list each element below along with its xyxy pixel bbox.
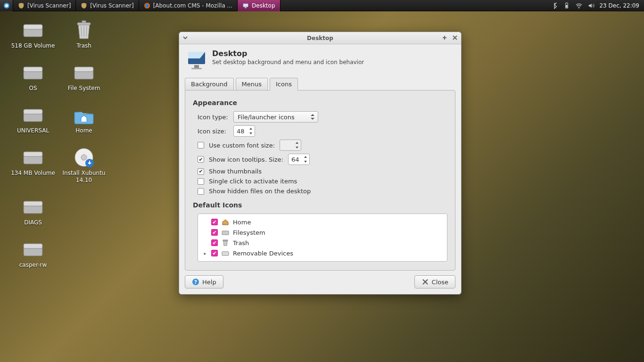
tab-pane-icons: Appearance Icon type: File/launcher icon…	[185, 90, 455, 271]
show-tooltips-checkbox[interactable]	[198, 156, 204, 163]
svg-rect-12	[77, 23, 91, 25]
desktop-icon-os[interactable]: OS	[9, 61, 57, 92]
hdd-icon	[22, 196, 44, 218]
svg-rect-37	[222, 252, 229, 255]
svg-rect-11	[24, 25, 42, 29]
help-button[interactable]: ? Help	[185, 275, 223, 288]
single-click-label: Single click to activate items	[209, 178, 297, 185]
tooltip-size-spinner[interactable]: 64	[288, 154, 310, 165]
desktop-icon-label: File System	[68, 85, 100, 92]
default-icon-removable[interactable]: ▸ Removable Devices	[202, 248, 443, 258]
tabs: Background Menus Icons	[179, 77, 461, 90]
svg-rect-31	[24, 244, 42, 248]
show-tooltips-label: Show icon tooltips. Size:	[209, 156, 283, 163]
task-label: [Virus Scanner]	[90, 2, 133, 9]
tab-icons[interactable]: Icons	[270, 78, 298, 90]
shield-icon	[81, 2, 87, 9]
svg-rect-22	[24, 109, 42, 114]
volume-icon[interactable]	[588, 2, 594, 9]
svg-point-9	[579, 8, 580, 8]
desktop-icon-label: UNIVERSAL	[17, 127, 49, 134]
desktop-icon-install-xubuntu[interactable]: Install Xubuntu 14.10	[60, 146, 107, 184]
window-menu-button[interactable]	[182, 34, 189, 41]
svg-rect-33	[194, 65, 199, 68]
desktop-icon-diags[interactable]: DIAGS	[9, 196, 57, 226]
single-click-checkbox[interactable]	[198, 178, 204, 185]
appearance-section-title: Appearance	[193, 99, 447, 107]
taskbar-item-firefox[interactable]: [About.com CMS - Mozilla ...	[139, 0, 238, 11]
home-checkbox[interactable]	[211, 219, 218, 225]
removable-icon	[222, 249, 229, 257]
bluetooth-icon[interactable]	[551, 2, 558, 9]
task-label: [About.com CMS - Mozilla ...	[153, 2, 232, 9]
tab-background[interactable]: Background	[185, 78, 234, 90]
taskbar-item-virus-scanner-2[interactable]: [Virus Scanner]	[76, 0, 139, 11]
maximize-button[interactable]	[441, 34, 448, 41]
help-icon: ?	[192, 278, 199, 286]
default-icon-trash[interactable]: Trash	[202, 238, 443, 248]
window-footer: ? Help Close	[179, 271, 461, 294]
window-header: Desktop Set desktop background and menu …	[179, 44, 461, 73]
tab-menus[interactable]: Menus	[236, 78, 268, 90]
svg-point-3	[145, 4, 149, 7]
battery-icon[interactable]	[563, 2, 570, 9]
taskbar-item-virus-scanner-1[interactable]: [Virus Scanner]	[13, 0, 76, 11]
default-icon-filesystem[interactable]: Filesystem	[202, 227, 443, 238]
desktop-icon-label: Install Xubuntu 14.10	[60, 170, 107, 184]
use-custom-font-checkbox[interactable]	[198, 142, 204, 148]
desktop-icon-filesystem[interactable]: File System	[60, 61, 107, 92]
window-titlebar[interactable]: Desktop	[179, 32, 461, 44]
icon-type-combo[interactable]: File/launcher icons	[233, 111, 318, 123]
close-button[interactable]	[452, 34, 458, 41]
wifi-icon[interactable]	[576, 2, 582, 9]
top-panel: [Virus Scanner] [Virus Scanner] [About.c…	[0, 0, 644, 11]
close-dialog-button[interactable]: Close	[414, 275, 455, 288]
show-hidden-label: Show hidden files on the desktop	[209, 188, 311, 195]
desktop-icon-home[interactable]: Home	[60, 104, 107, 134]
drive-icon	[222, 229, 229, 236]
desktop-icon-label: Trash	[76, 42, 91, 49]
hdd-icon	[22, 238, 44, 261]
desktop-icon-casper-rw[interactable]: casper-rw	[9, 238, 57, 269]
svg-rect-4	[243, 3, 248, 7]
svg-rect-29	[24, 201, 42, 206]
show-thumbnails-checkbox[interactable]	[198, 168, 204, 175]
desktop-settings-icon	[186, 49, 207, 71]
svg-rect-36	[223, 240, 228, 241]
icon-size-spinner[interactable]: 48	[233, 125, 255, 137]
applications-menu-button[interactable]	[0, 0, 13, 11]
svg-rect-5	[245, 7, 247, 8]
window-title: Desktop	[307, 35, 333, 41]
desktop-icon-134mb[interactable]: 134 MB Volume	[9, 146, 57, 184]
use-custom-font-label: Use custom font size:	[209, 142, 275, 149]
svg-rect-34	[191, 68, 202, 69]
show-hidden-checkbox[interactable]	[198, 188, 204, 195]
desktop-icon-universal[interactable]: UNIVERSAL	[9, 104, 57, 134]
task-label: Desktop	[252, 2, 275, 9]
svg-rect-18	[24, 67, 42, 72]
desktop-icon-label: Home	[75, 127, 92, 134]
trash-checkbox[interactable]	[211, 239, 218, 246]
desktop-icon-518gb[interactable]: 518 GB Volume	[9, 19, 57, 49]
task-label: [Virus Scanner]	[27, 2, 71, 9]
hdd-icon	[22, 61, 44, 84]
taskbar-item-desktop[interactable]: Desktop	[238, 0, 281, 11]
list-item-label: Removable Devices	[233, 250, 293, 257]
filesystem-checkbox[interactable]	[211, 229, 218, 236]
svg-point-1	[5, 4, 8, 7]
svg-rect-13	[82, 21, 86, 23]
trash-icon	[73, 19, 95, 41]
close-icon	[421, 278, 429, 286]
desktop-icon-trash[interactable]: Trash	[60, 19, 107, 49]
svg-text:?: ?	[194, 279, 197, 285]
custom-font-spinner	[280, 140, 301, 151]
list-item-label: Trash	[233, 239, 249, 247]
clock[interactable]: 23 Dec, 22:09	[599, 2, 644, 9]
removable-checkbox[interactable]	[211, 250, 218, 256]
hdd-icon	[22, 104, 44, 126]
expand-icon[interactable]: ▸	[203, 251, 207, 256]
desktop-icon-label: casper-rw	[19, 262, 47, 269]
default-icon-home[interactable]: Home	[202, 217, 443, 227]
svg-rect-8	[567, 2, 568, 3]
icon-type-label: Icon type:	[198, 114, 229, 121]
